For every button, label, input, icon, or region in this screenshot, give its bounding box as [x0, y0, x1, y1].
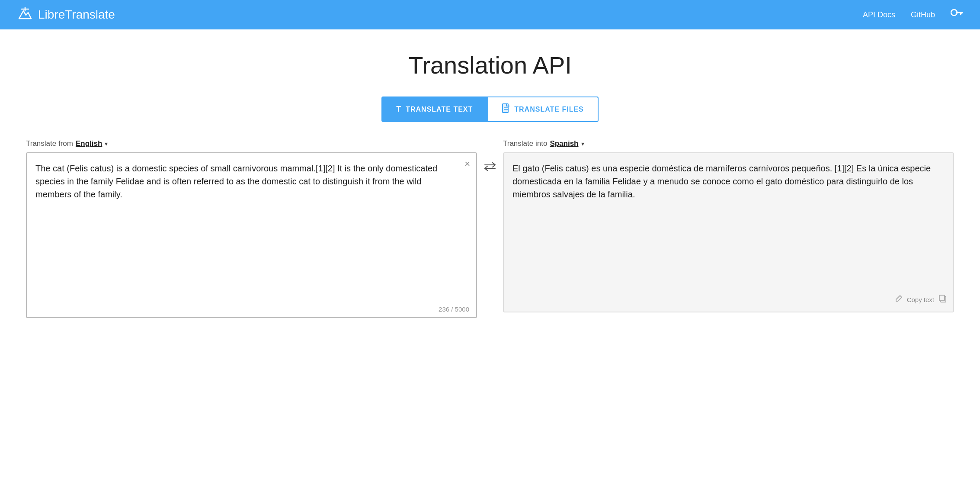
output-text: El gato (Felis catus) es una especie dom… — [512, 162, 945, 292]
clear-button[interactable]: × — [464, 159, 470, 169]
navbar: LibreTranslate API Docs GitHub — [0, 0, 980, 29]
main-content: Translation API T TRANSLATE TEXT TRANSLA… — [0, 29, 980, 335]
translate-text-tab[interactable]: T TRANSLATE TEXT — [381, 97, 487, 122]
github-link[interactable]: GitHub — [911, 10, 935, 19]
brand-name: LibreTranslate — [38, 8, 115, 22]
swap-languages-button[interactable] — [482, 160, 498, 176]
brand-icon — [17, 6, 33, 24]
source-lang-label: Translate from — [26, 139, 73, 148]
page-title: Translation API — [26, 51, 954, 79]
edit-icon — [895, 295, 903, 306]
copy-icon[interactable] — [938, 294, 947, 306]
source-lang-arrow[interactable]: ▾ — [105, 140, 108, 147]
output-panel: El gato (Felis catus) es una especie dom… — [503, 152, 954, 312]
translate-text-icon: T — [396, 105, 401, 114]
translate-files-icon — [502, 103, 510, 115]
api-key-icon[interactable] — [951, 9, 963, 20]
translate-files-tab[interactable]: TRANSLATE FILES — [487, 97, 598, 122]
swap-column — [477, 139, 503, 176]
translation-row: Translate from English ▾ The cat (Felis … — [26, 139, 954, 318]
translate-files-label: TRANSLATE FILES — [514, 106, 583, 113]
source-lang-selector: Translate from English ▾ — [26, 139, 477, 148]
brand-logo[interactable]: LibreTranslate — [17, 6, 115, 24]
output-column: Translate into Spanish ▾ El gato (Felis … — [503, 139, 954, 312]
output-lang-value[interactable]: Spanish — [550, 139, 578, 148]
source-lang-value[interactable]: English — [76, 139, 102, 148]
navbar-links: API Docs GitHub — [863, 9, 963, 20]
translate-text-label: TRANSLATE TEXT — [406, 106, 473, 113]
char-count: 236 / 5000 — [27, 302, 476, 317]
tab-container: T TRANSLATE TEXT TRANSLATE FILES — [26, 97, 954, 122]
svg-rect-7 — [503, 104, 508, 113]
output-lang-arrow[interactable]: ▾ — [581, 140, 584, 147]
svg-rect-11 — [939, 295, 945, 301]
output-actions[interactable]: Copy text — [895, 294, 947, 306]
source-textarea[interactable]: The cat (Felis catus) is a domestic spec… — [27, 153, 476, 300]
api-docs-link[interactable]: API Docs — [863, 10, 895, 19]
source-column: Translate from English ▾ The cat (Felis … — [26, 139, 477, 318]
output-lang-label: Translate into — [503, 139, 547, 148]
copy-text-label[interactable]: Copy text — [907, 295, 934, 305]
svg-marker-0 — [19, 11, 31, 19]
output-lang-selector: Translate into Spanish ▾ — [503, 139, 954, 148]
source-textarea-wrapper: The cat (Felis catus) is a domestic spec… — [26, 152, 477, 318]
